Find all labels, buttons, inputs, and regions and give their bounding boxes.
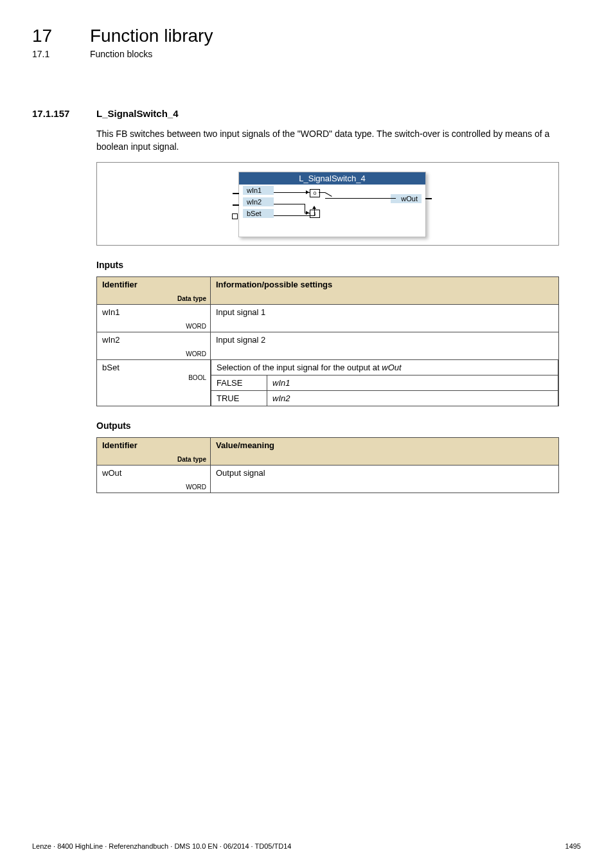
arrowhead-icon <box>306 211 309 215</box>
description-paragraph: This FB switches between two input signa… <box>96 128 581 153</box>
col-value: Value/meaning <box>211 438 559 466</box>
input-name: wIn1 <box>102 307 205 317</box>
chapter-number: 17 <box>32 26 71 46</box>
wire <box>305 204 305 213</box>
inputs-heading: Inputs <box>96 260 581 270</box>
port-win2: wIn2 <box>243 197 274 206</box>
output-name: wOut <box>102 468 205 478</box>
output-type: WORD <box>186 484 206 491</box>
bset-true-val: wIn2 <box>267 391 558 406</box>
subsection-number: 17.1.157 <box>32 108 84 119</box>
arrowhead-icon <box>312 206 316 209</box>
port-wout: wOut <box>391 194 422 203</box>
col-identifier: Identifier <box>102 280 205 289</box>
section-title: Function blocks <box>90 49 152 59</box>
outputs-table: Identifier Data type Value/meaning wOut … <box>96 437 559 493</box>
input-type: WORD <box>186 323 206 330</box>
wire <box>274 215 314 216</box>
input-desc: Input signal 2 <box>211 332 559 360</box>
wire-stub <box>233 193 239 194</box>
input-name: bSet <box>102 363 205 372</box>
arrowhead-icon <box>306 190 309 194</box>
section-number: 17.1 <box>32 49 71 59</box>
inputs-table: Identifier Data type Information/possibl… <box>96 276 559 406</box>
input-desc: Input signal 1 <box>211 305 559 332</box>
col-info: Information/possible settings <box>211 277 559 305</box>
port-bset: bSet <box>243 209 274 218</box>
chapter-title: Function library <box>90 26 213 46</box>
switch-pos-0: 0 <box>310 189 320 197</box>
block-diagram: L_SignalSwitch_4 wIn1 wIn2 bSet wOut 0 1 <box>96 162 559 246</box>
col-identifier: Identifier <box>102 440 205 450</box>
bset-false-label: FALSE <box>211 375 267 391</box>
switch-pos-1: 1 <box>310 210 320 218</box>
table-row: wIn2 WORD Input signal 2 <box>97 332 559 360</box>
output-desc: Output signal <box>211 466 559 493</box>
separator: _ _ _ _ _ _ _ _ _ _ _ _ _ _ _ _ _ _ _ _ … <box>32 78 581 89</box>
bset-desc: Selection of the input signal for the ou… <box>211 360 558 375</box>
wire <box>325 198 396 199</box>
wire-stub <box>233 204 239 206</box>
wire <box>274 204 305 204</box>
wire <box>314 208 315 216</box>
outputs-heading: Outputs <box>96 420 581 431</box>
block-box: L_SignalSwitch_4 wIn1 wIn2 bSet wOut 0 1 <box>238 172 426 237</box>
wire-stub <box>425 198 432 199</box>
port-win1: wIn1 <box>243 186 274 195</box>
table-row: wOut WORD Output signal <box>97 466 559 493</box>
input-type: WORD <box>186 350 206 357</box>
bset-false-val: wIn1 <box>267 375 558 391</box>
col-datatype: Data type <box>177 456 206 463</box>
footer-left: Lenze · 8400 HighLine · Referenzhandbuch… <box>32 842 291 850</box>
bool-port-icon <box>232 213 238 219</box>
table-row: bSet BOOL Selection of the input signal … <box>97 360 559 406</box>
footer-page-number: 1495 <box>565 842 581 850</box>
col-datatype: Data type <box>177 295 206 302</box>
bset-true-label: TRUE <box>211 391 267 406</box>
input-name: wIn2 <box>102 335 205 345</box>
block-title: L_SignalSwitch_4 <box>239 172 425 185</box>
input-type: BOOL <box>188 374 206 381</box>
bset-options: Selection of the input signal for the ou… <box>211 360 558 406</box>
subsection-name: L_SignalSwitch_4 <box>96 108 179 119</box>
table-row: wIn1 WORD Input signal 1 <box>97 305 559 332</box>
wire <box>274 192 310 193</box>
